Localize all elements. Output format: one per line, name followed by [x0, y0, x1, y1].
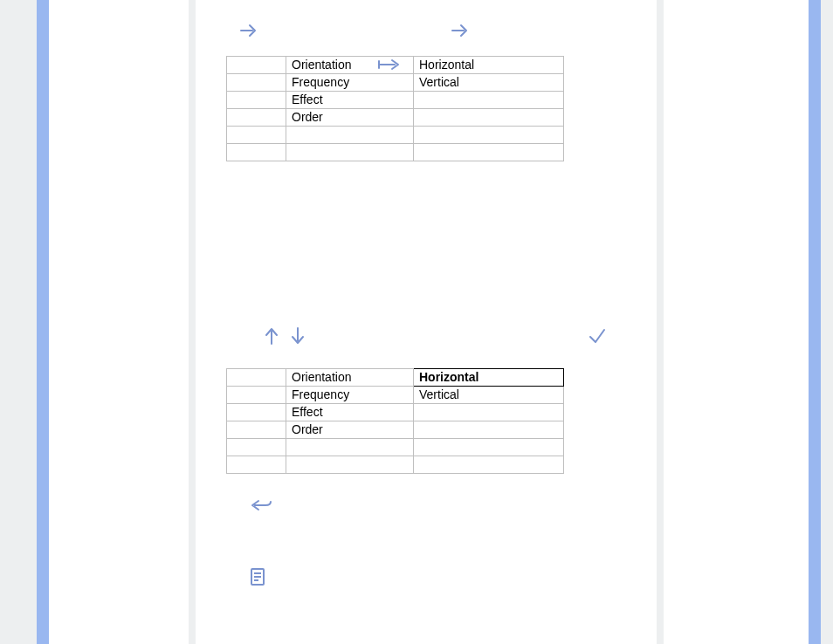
cell[interactable] — [414, 92, 564, 109]
cell[interactable] — [227, 404, 286, 421]
cell[interactable] — [286, 144, 414, 161]
cell-selected[interactable]: Horizontal — [414, 369, 564, 387]
arrow-up-icon — [264, 326, 279, 346]
table-row: Orientation Horizontal — [227, 369, 564, 387]
margin-right — [664, 0, 809, 644]
cell[interactable]: Effect — [286, 404, 414, 421]
cell[interactable] — [286, 127, 414, 144]
cell[interactable] — [414, 109, 564, 127]
table-row: Frequency Vertical — [227, 387, 564, 404]
cell[interactable] — [227, 109, 286, 127]
cell[interactable] — [414, 456, 564, 474]
table-row — [227, 144, 564, 161]
cell[interactable]: Frequency — [286, 387, 414, 404]
cell[interactable] — [227, 74, 286, 92]
cell[interactable] — [414, 144, 564, 161]
cell[interactable]: Order — [286, 109, 414, 127]
arrow-left-icon — [250, 497, 272, 513]
table-row — [227, 127, 564, 144]
table-row: Frequency Vertical — [227, 74, 564, 92]
table-row: Effect — [227, 92, 564, 109]
table-before[interactable]: Orientation Horizontal Frequency Vertica… — [226, 56, 564, 161]
cell[interactable]: Vertical — [414, 74, 564, 92]
cell[interactable] — [286, 456, 414, 474]
table-row: Order — [227, 421, 564, 439]
cell[interactable] — [414, 127, 564, 144]
cell[interactable]: Order — [286, 421, 414, 439]
cell[interactable] — [227, 456, 286, 474]
cell[interactable] — [227, 127, 286, 144]
arrow-right-icon — [239, 23, 258, 38]
cell[interactable]: Orientation — [286, 369, 414, 387]
cell[interactable] — [227, 369, 286, 387]
cell[interactable] — [227, 387, 286, 404]
check-icon — [588, 326, 607, 346]
ruler-right — [809, 0, 821, 644]
page: Orientation Horizontal Frequency Vertica… — [49, 0, 809, 644]
cell[interactable] — [227, 439, 286, 456]
cell[interactable] — [227, 144, 286, 161]
table-after[interactable]: Orientation Horizontal Frequency Vertica… — [226, 368, 564, 474]
table-row: Order — [227, 109, 564, 127]
document-icon — [250, 567, 265, 586]
arrow-right-icon — [451, 23, 470, 38]
cell[interactable] — [227, 92, 286, 109]
margin-left — [49, 0, 189, 644]
table-row: Effect — [227, 404, 564, 421]
cell[interactable]: Frequency — [286, 74, 414, 92]
insert-arrow-icon — [377, 58, 403, 72]
cell[interactable]: Horizontal — [414, 57, 564, 74]
table-row — [227, 439, 564, 456]
cell[interactable] — [414, 421, 564, 439]
cell[interactable]: Effect — [286, 92, 414, 109]
cell[interactable]: Vertical — [414, 387, 564, 404]
cell[interactable] — [414, 404, 564, 421]
cell[interactable] — [414, 439, 564, 456]
page-content: Orientation Horizontal Frequency Vertica… — [196, 0, 657, 644]
table-row — [227, 456, 564, 474]
arrow-down-icon — [290, 326, 306, 346]
cell[interactable] — [286, 439, 414, 456]
cell[interactable] — [227, 421, 286, 439]
cell[interactable] — [227, 57, 286, 74]
ruler-left — [37, 0, 49, 644]
